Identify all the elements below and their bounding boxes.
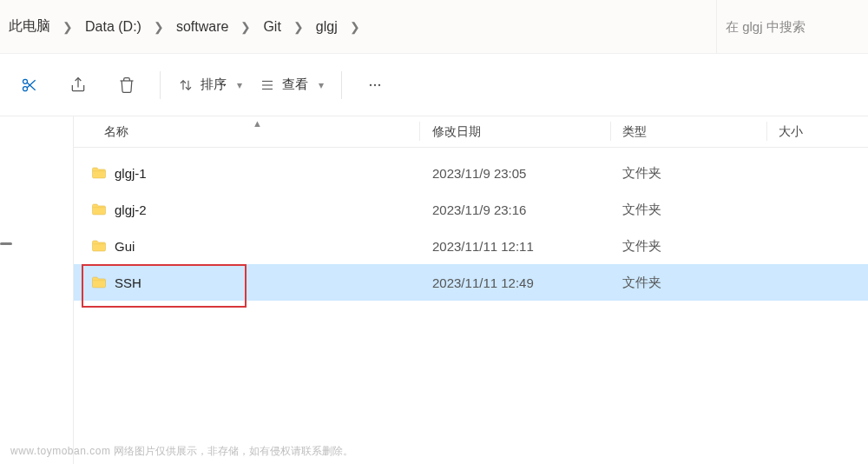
view-button[interactable]: 查看 ▾ [254,64,329,106]
folder-icon [89,275,108,290]
file-date: 2023/11/11 12:49 [432,275,534,290]
folder-icon [89,165,108,181]
chevron-right-icon[interactable]: ❯ [346,20,364,34]
file-type: 文件夹 [622,238,661,255]
folder-icon [89,275,108,290]
file-name: SSH [115,275,141,290]
svg-point-12 [378,83,380,85]
navigation-panel[interactable] [0,116,74,464]
watermark-text: www.toymoban.com 网络图片仅供展示，非存储，如有侵权请联系删除。 [10,444,353,459]
sort-label: 排序 [201,76,227,93]
scissors-icon [21,76,38,94]
share-button[interactable] [57,64,99,106]
file-date: 2023/11/9 23:16 [432,202,526,217]
watermark-url: www.toymoban.com [10,445,110,457]
toolbar-divider [160,71,161,99]
toolbar: 排序 ▾ 查看 ▾ [0,54,868,116]
breadcrumb-item-this-pc[interactable]: 此电脑 [9,14,59,39]
breadcrumb-item-software[interactable]: software [168,16,237,38]
file-type: 文件夹 [622,275,661,291]
file-name: glgj-2 [115,202,147,217]
column-divider[interactable] [766,122,767,141]
chevron-down-icon: ▾ [237,79,242,91]
folder-icon [89,202,108,217]
file-date: 2023/11/11 12:11 [432,239,534,254]
file-row[interactable]: Gui2023/11/11 12:11文件夹 [74,228,868,264]
column-headers: 名称 ▲ 修改日期 类型 大小 [74,116,868,148]
column-header-size[interactable]: 大小 [779,124,803,140]
file-row[interactable]: glgj-22023/11/9 23:16文件夹 [74,191,868,228]
file-type: 文件夹 [622,165,661,182]
folder-icon [89,165,108,181]
breadcrumb-item-data-d[interactable]: Data (D:) [76,16,150,38]
chevron-down-icon: ▾ [319,79,324,91]
column-divider[interactable] [419,122,420,141]
toolbar-divider [341,71,342,99]
folder-icon [89,238,108,254]
share-icon [69,76,87,94]
file-date: 2023/11/9 23:05 [432,166,526,181]
file-list: 名称 ▲ 修改日期 类型 大小 glgj-12023/11/9 23:05文件夹… [74,116,868,464]
tree-collapse-marker [0,242,12,245]
chevron-right-icon[interactable]: ❯ [237,20,254,34]
trash-icon [118,76,135,94]
view-list-icon [260,77,275,93]
breadcrumb[interactable]: 此电脑 ❯ Data (D:) ❯ software ❯ Git ❯ glgj … [0,0,716,54]
column-header-name[interactable]: 名称 [104,124,128,140]
sort-button[interactable]: 排序 ▾ [173,64,247,106]
file-row[interactable]: SSH2023/11/11 12:49文件夹 [74,264,868,301]
watermark-notice: 网络图片仅供展示，非存储，如有侵权请联系删除。 [114,445,353,457]
breadcrumb-item-glgj[interactable]: glgj [307,16,346,38]
sort-icon [178,77,194,93]
sort-indicator-asc: ▲ [253,118,262,129]
chevron-right-icon[interactable]: ❯ [59,20,76,34]
svg-point-11 [374,83,376,85]
file-name: Gui [115,239,135,254]
folder-icon [89,238,108,254]
column-header-type[interactable]: 类型 [622,124,647,140]
search-box[interactable] [716,0,868,54]
view-label: 查看 [282,76,308,93]
delete-button[interactable] [106,64,148,106]
breadcrumb-item-git[interactable]: Git [254,16,289,38]
cut-button[interactable] [9,64,50,106]
file-name: glgj-1 [115,166,147,181]
more-icon [366,76,384,94]
search-input[interactable] [726,19,859,34]
column-header-date[interactable]: 修改日期 [432,124,481,140]
folder-icon [89,202,108,217]
more-button[interactable] [354,64,396,106]
file-row[interactable]: glgj-12023/11/9 23:05文件夹 [74,155,868,191]
chevron-right-icon[interactable]: ❯ [290,20,307,34]
chevron-right-icon[interactable]: ❯ [150,20,168,34]
column-divider[interactable] [610,122,611,141]
svg-point-10 [370,83,372,85]
file-type: 文件夹 [622,202,661,218]
